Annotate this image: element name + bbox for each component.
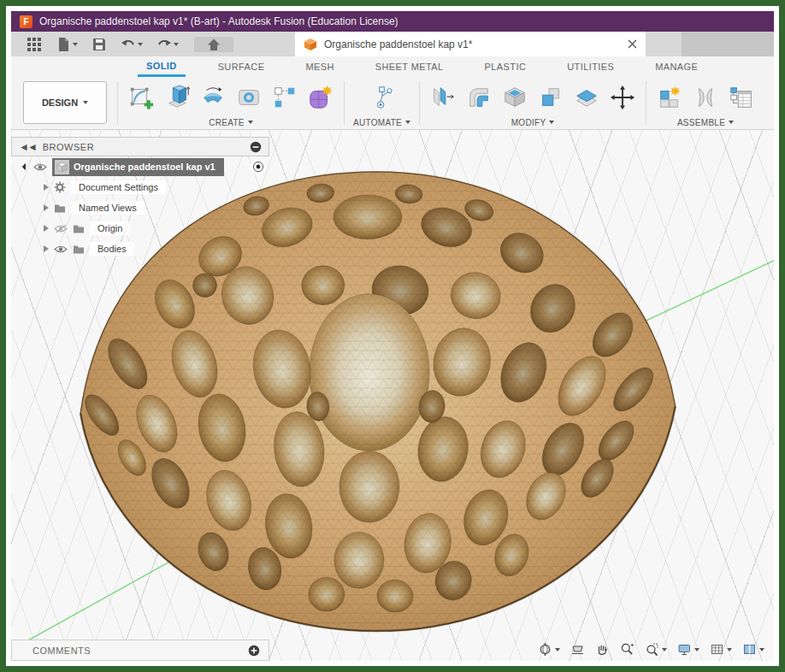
automate-group: AUTOMATE (346, 77, 417, 129)
browser-item-named-views[interactable]: Named Views (11, 197, 269, 218)
new-component-button[interactable] (655, 81, 684, 114)
shell-button[interactable] (500, 81, 529, 114)
undo-button[interactable] (115, 32, 148, 56)
quick-access-toolbar: Organische paddenstoel kap v1* (11, 32, 774, 56)
display-settings-icon (677, 642, 692, 657)
tab-sheet-metal[interactable]: SHEET METAL (367, 56, 452, 77)
fillet-button[interactable] (464, 81, 493, 114)
tab-surface[interactable]: SURFACE (210, 56, 274, 77)
joint-button[interactable] (691, 81, 720, 114)
new-component-icon (657, 85, 682, 110)
selected-component-row[interactable]: Organische paddenstoel kap v1 (52, 158, 224, 176)
zoom-window-caret-icon (662, 648, 667, 651)
window-frame: F Organische paddenstoel kap v1* (B-art)… (0, 0, 785, 672)
close-tab-icon[interactable] (628, 39, 637, 49)
offset-face-button[interactable] (572, 81, 601, 114)
pan-button[interactable] (593, 642, 612, 657)
visibility-eye-icon[interactable] (54, 245, 68, 254)
pattern-button[interactable] (270, 81, 299, 114)
collapsed-triangle-icon[interactable] (44, 225, 49, 232)
design-workspace-button[interactable]: DESIGN (23, 81, 107, 124)
look-at-button[interactable] (568, 642, 587, 657)
tab-strip-spacer (646, 32, 682, 56)
new-file-button[interactable] (50, 32, 83, 56)
shell-icon (502, 85, 528, 110)
app-grid-button[interactable] (21, 32, 47, 56)
extrude-icon (164, 85, 190, 110)
component-chip (55, 160, 69, 174)
fusion-logo-icon: F (20, 15, 32, 28)
folder-icon (73, 245, 85, 254)
browser-item-bodies[interactable]: Bodies (11, 239, 269, 259)
collapse-panel-icon[interactable]: ◄◄ (19, 141, 36, 153)
undo-dropdown-caret-icon (138, 43, 143, 46)
comments-bar[interactable]: COMMENTS (11, 640, 269, 661)
collapsed-triangle-icon[interactable] (44, 184, 49, 191)
expanded-triangle-icon[interactable] (22, 163, 29, 170)
grid-display-button[interactable] (707, 642, 735, 657)
viewports-button[interactable] (740, 642, 767, 657)
modify-group-label[interactable]: MODIFY (511, 118, 546, 127)
hole-button[interactable] (234, 81, 263, 114)
orbit-icon (538, 642, 552, 657)
press-pull-button[interactable] (428, 81, 457, 114)
group-divider (646, 81, 646, 125)
home-view-button[interactable] (194, 37, 233, 52)
combine-icon (538, 85, 564, 110)
create-sketch-button[interactable] (127, 81, 156, 114)
tab-manage[interactable]: MANAGE (646, 56, 706, 77)
move-copy-icon (610, 85, 635, 110)
create-caret-icon (248, 121, 253, 124)
collapsed-triangle-icon[interactable] (44, 204, 49, 211)
component-name: Organische paddenstoel kap v1 (74, 162, 215, 172)
title-bar: F Organische paddenstoel kap v1* (B-art)… (11, 11, 774, 32)
redo-button[interactable] (151, 32, 184, 56)
assemble-caret-icon (729, 121, 734, 124)
grid-display-icon (710, 642, 724, 657)
create-group-label[interactable]: CREATE (209, 118, 245, 127)
automate-group-label[interactable]: AUTOMATE (353, 118, 402, 127)
save-button[interactable] (86, 32, 112, 56)
tab-plastic[interactable]: PLASTIC (476, 56, 535, 77)
look-at-icon (570, 642, 585, 657)
document-tab[interactable]: Organische paddenstoel kap v1* (295, 32, 646, 56)
zoom-button[interactable] (617, 642, 637, 657)
tab-solid[interactable]: SOLID (138, 56, 186, 77)
minimize-panel-icon[interactable] (250, 141, 262, 153)
collapsed-triangle-icon[interactable] (44, 245, 49, 252)
activate-component-radio[interactable] (251, 159, 266, 174)
quick-access-icons (11, 32, 233, 56)
visibility-hidden-eye-icon[interactable] (54, 224, 68, 233)
grid-caret-icon (727, 648, 732, 651)
create-form-button[interactable] (306, 81, 335, 114)
browser-item-root[interactable]: Organische paddenstoel kap v1 (11, 156, 269, 177)
orbit-button[interactable] (535, 642, 563, 657)
revolve-button[interactable] (198, 81, 227, 114)
move-copy-button[interactable] (608, 81, 637, 114)
press-pull-icon (430, 85, 456, 110)
extrude-button[interactable] (162, 81, 192, 114)
redo-icon (156, 37, 172, 52)
comments-label: COMMENTS (32, 645, 248, 656)
combine-button[interactable] (536, 81, 565, 114)
folder-icon (54, 203, 66, 213)
hole-icon (236, 85, 262, 110)
revolve-icon (200, 85, 226, 110)
browser-item-document-settings[interactable]: Document Settings (11, 177, 269, 197)
browser-header: ◄◄ BROWSER (11, 137, 269, 156)
bom-button[interactable] (727, 81, 756, 114)
add-comment-icon[interactable] (248, 645, 260, 657)
tab-strip-end (682, 32, 774, 56)
zoom-window-button[interactable] (642, 642, 670, 657)
automate-button[interactable] (368, 81, 397, 114)
viewport[interactable]: ◄◄ BROWSER Organische paddenstoel kap v (11, 130, 774, 661)
browser-item-origin[interactable]: Origin (11, 218, 269, 239)
display-settings-button[interactable] (675, 642, 702, 657)
radio-icon (252, 161, 264, 173)
tab-utilities[interactable]: UTILITIES (558, 56, 623, 77)
assemble-group-label[interactable]: ASSEMBLE (677, 118, 725, 127)
gear-icon (54, 181, 66, 193)
folder-icon (73, 224, 85, 233)
tab-mesh[interactable]: MESH (297, 56, 342, 77)
visibility-eye-icon[interactable] (33, 162, 47, 172)
